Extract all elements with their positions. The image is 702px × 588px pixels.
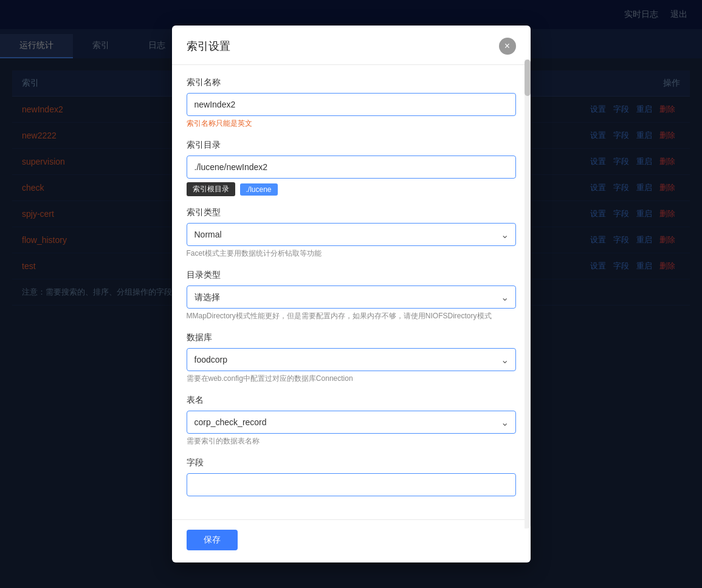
form-group-table-name: 表名 corp_check_record ⌄ 需要索引的数据表名称 xyxy=(187,395,516,446)
input-index-name[interactable] xyxy=(187,93,516,116)
select-table-name[interactable]: corp_check_record xyxy=(187,411,516,434)
form-group-index-name: 索引名称 索引名称只能是英文 xyxy=(187,77,516,129)
modal-title: 索引设置 xyxy=(187,39,230,53)
select-wrapper-database: foodcorp supervision spjy test ⌄ xyxy=(187,348,516,371)
form-group-database: 数据库 foodcorp supervision spjy test ⌄ 需要在… xyxy=(187,332,516,384)
select-wrapper-dir-type: 请选择 MMapDirectory NIOFSDirectory ⌄ xyxy=(187,285,516,309)
label-index-dir: 索引目录 xyxy=(187,140,516,151)
select-wrapper-index-type: Normal Facet ⌄ xyxy=(187,223,516,246)
input-index-dir[interactable] xyxy=(187,156,516,179)
tag-index-root-value: ./lucene xyxy=(240,183,278,196)
form-group-index-dir: 索引目录 索引根目录 ./lucene xyxy=(187,140,516,196)
form-group-index-type: 索引类型 Normal Facet ⌄ Facet模式主要用数据统计分析钻取等功… xyxy=(187,207,516,259)
label-index-name: 索引名称 xyxy=(187,77,516,88)
form-group-fields: 字段 xyxy=(187,457,516,496)
select-index-type[interactable]: Normal Facet xyxy=(187,223,516,246)
hint-index-type: Facet模式主要用数据统计分析钻取等功能 xyxy=(187,248,516,259)
scroll-thumb[interactable] xyxy=(525,60,531,96)
modal-body[interactable]: 索引名称 索引名称只能是英文 索引目录 索引根目录 ./lucene 索引类型 … xyxy=(172,65,531,519)
tag-index-root-label: 索引根目录 xyxy=(187,182,235,196)
modal-close-button[interactable]: × xyxy=(499,38,516,55)
modal-overlay: 索引设置 × 索引名称 索引名称只能是英文 索引目录 索引根目录 ./lucen… xyxy=(0,0,702,588)
scroll-track xyxy=(525,60,531,528)
label-database: 数据库 xyxy=(187,332,516,343)
hint-index-name: 索引名称只能是英文 xyxy=(187,118,516,129)
index-settings-modal: 索引设置 × 索引名称 索引名称只能是英文 索引目录 索引根目录 ./lucen… xyxy=(172,26,531,562)
label-table-name: 表名 xyxy=(187,395,516,406)
save-button[interactable]: 保存 xyxy=(187,530,238,550)
label-index-type: 索引类型 xyxy=(187,207,516,218)
select-dir-type[interactable]: 请选择 MMapDirectory NIOFSDirectory xyxy=(187,285,516,309)
hint-dir-type: MMapDirectory模式性能更好，但是需要配置内存，如果内存不够，请使用N… xyxy=(187,311,516,321)
modal-header: 索引设置 × xyxy=(172,26,531,65)
hint-table-name: 需要索引的数据表名称 xyxy=(187,436,516,446)
label-fields: 字段 xyxy=(187,457,516,468)
select-database[interactable]: foodcorp supervision spjy test xyxy=(187,348,516,371)
select-wrapper-table-name: corp_check_record ⌄ xyxy=(187,411,516,434)
form-group-dir-type: 目录类型 请选择 MMapDirectory NIOFSDirectory ⌄ … xyxy=(187,270,516,321)
input-fields[interactable] xyxy=(187,473,516,496)
label-dir-type: 目录类型 xyxy=(187,270,516,281)
hint-database: 需要在web.config中配置过对应的数据库Connection xyxy=(187,374,516,384)
tag-row-index-dir: 索引根目录 ./lucene xyxy=(187,182,516,196)
modal-footer: 保存 xyxy=(172,519,531,562)
